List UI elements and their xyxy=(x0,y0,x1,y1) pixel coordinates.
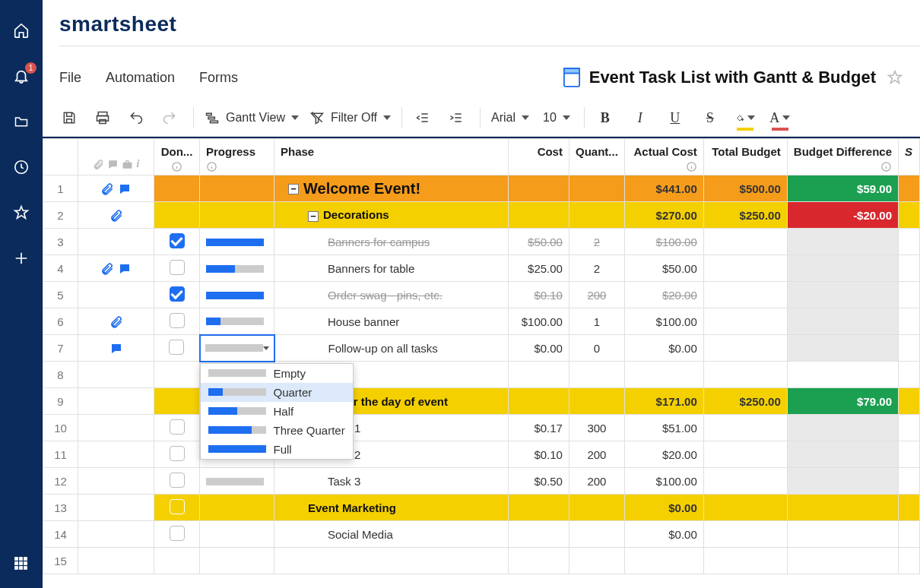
phase-cell[interactable]: Order swag - pins, etc. xyxy=(274,282,509,308)
budget-cell[interactable] xyxy=(703,335,787,362)
attachment-icon[interactable] xyxy=(100,181,114,194)
budget-cell[interactable] xyxy=(703,441,787,468)
collapse-toggle[interactable]: − xyxy=(308,211,319,222)
done-checkbox[interactable] xyxy=(169,340,184,355)
diff-cell[interactable] xyxy=(787,308,898,335)
row-number[interactable]: 7 xyxy=(43,335,78,362)
progress-cell[interactable] xyxy=(200,548,274,574)
col-budget[interactable]: Total Budget xyxy=(703,139,787,175)
col-phase[interactable]: Phase xyxy=(274,139,509,175)
budget-cell[interactable]: $500.00 xyxy=(703,175,787,202)
cost-cell[interactable]: $50.00 xyxy=(508,229,569,255)
table-row[interactable]: 3Banners for campus$50.002$100.00 xyxy=(43,229,920,255)
cost-cell[interactable]: $0.50 xyxy=(508,468,569,495)
row-number[interactable]: 8 xyxy=(43,362,78,388)
budget-cell[interactable] xyxy=(703,282,787,308)
diff-cell[interactable]: $59.00 xyxy=(787,175,898,202)
cost-cell[interactable]: $0.17 xyxy=(508,415,569,441)
row-number[interactable]: 4 xyxy=(43,255,78,282)
col-cost[interactable]: Cost xyxy=(508,139,569,175)
budget-cell[interactable] xyxy=(703,548,787,574)
underline-button[interactable]: U xyxy=(665,108,685,128)
col-progress[interactable]: Progress xyxy=(200,139,274,175)
recents-icon[interactable] xyxy=(12,158,30,176)
collapse-toggle[interactable]: − xyxy=(288,184,299,194)
budget-cell[interactable]: $250.00 xyxy=(703,388,787,415)
progress-cell[interactable] xyxy=(200,335,274,362)
budget-cell[interactable] xyxy=(703,495,787,521)
diff-cell[interactable]: $79.00 xyxy=(787,388,898,415)
table-row[interactable]: 4 Banners for table$25.002$50.00 xyxy=(43,255,920,282)
cost-cell[interactable]: $100.00 xyxy=(508,308,569,335)
table-row[interactable]: 14Social Media$0.00 xyxy=(43,521,920,548)
budget-cell[interactable] xyxy=(703,415,787,441)
cost-cell[interactable]: $0.00 xyxy=(508,335,569,362)
col-s[interactable]: S xyxy=(899,139,920,175)
table-row[interactable]: 5Order swag - pins, etc.$0.10200$20.00 xyxy=(43,282,920,308)
diff-cell[interactable] xyxy=(787,415,898,441)
diff-cell[interactable] xyxy=(787,441,898,468)
menu-automation[interactable]: Automation xyxy=(106,70,175,86)
actual-cell[interactable]: $100.00 xyxy=(624,468,703,495)
table-row[interactable]: 13Event Marketing$0.00 xyxy=(43,495,920,521)
home-icon[interactable] xyxy=(12,21,30,40)
row-number[interactable]: 5 xyxy=(43,282,78,308)
budget-cell[interactable] xyxy=(703,521,787,548)
actual-cell[interactable]: $0.00 xyxy=(624,495,703,521)
phase-cell[interactable]: Social Media xyxy=(274,521,509,548)
progress-cell[interactable] xyxy=(200,468,274,495)
done-checkbox[interactable] xyxy=(170,233,185,248)
budget-cell[interactable] xyxy=(703,362,787,388)
budget-cell[interactable] xyxy=(703,468,787,495)
outdent-icon[interactable] xyxy=(413,108,433,128)
actual-cell[interactable] xyxy=(624,548,703,574)
qty-cell[interactable] xyxy=(569,175,624,202)
phase-cell[interactable] xyxy=(274,548,509,574)
progress-cell[interactable] xyxy=(200,521,274,548)
row-number[interactable]: 11 xyxy=(43,441,78,468)
table-row[interactable]: 7Follow-up on all tasks$0.000$0.00 xyxy=(43,335,920,362)
comment-icon[interactable] xyxy=(118,261,132,273)
notifications-icon[interactable]: 1 xyxy=(12,67,30,85)
col-done[interactable]: Don... xyxy=(154,139,200,175)
cost-cell[interactable] xyxy=(508,388,569,415)
attachment-icon[interactable] xyxy=(109,314,123,327)
progress-cell[interactable] xyxy=(200,282,274,308)
actual-cell[interactable] xyxy=(624,362,703,388)
favorites-icon[interactable] xyxy=(12,204,30,222)
progress-cell[interactable] xyxy=(200,229,274,255)
row-number[interactable]: 1 xyxy=(43,175,78,202)
row-number[interactable]: 15 xyxy=(43,548,78,574)
done-checkbox[interactable] xyxy=(170,526,185,541)
bold-button[interactable]: B xyxy=(595,108,615,128)
table-row[interactable]: 8 xyxy=(43,362,920,388)
done-checkbox[interactable] xyxy=(170,286,185,302)
done-checkbox[interactable] xyxy=(170,473,185,488)
cost-cell[interactable]: $0.10 xyxy=(508,441,569,468)
diff-cell[interactable] xyxy=(787,282,898,308)
qty-cell[interactable] xyxy=(569,388,624,415)
phase-cell[interactable]: Event Marketing xyxy=(274,495,509,521)
progress-cell[interactable] xyxy=(200,495,274,521)
budget-cell[interactable] xyxy=(703,255,787,282)
diff-cell[interactable] xyxy=(787,229,898,255)
phase-cell[interactable]: Banners for campus xyxy=(274,229,509,255)
actual-cell[interactable]: $270.00 xyxy=(624,202,703,229)
qty-cell[interactable]: 300 xyxy=(569,415,624,441)
diff-cell[interactable] xyxy=(787,521,898,548)
progress-cell[interactable] xyxy=(200,175,274,202)
row-number[interactable]: 6 xyxy=(43,308,78,335)
table-row[interactable]: 1 −Welcome Event!$441.00$500.00$59.00 xyxy=(43,175,920,202)
menu-file[interactable]: File xyxy=(59,70,81,86)
cost-cell[interactable]: $25.00 xyxy=(508,255,569,282)
qty-cell[interactable] xyxy=(569,495,624,521)
qty-cell[interactable]: 200 xyxy=(569,468,624,495)
attachment-icon[interactable] xyxy=(100,261,114,273)
diff-cell[interactable] xyxy=(787,255,898,282)
qty-cell[interactable] xyxy=(569,202,624,229)
col-quantity[interactable]: Quant... xyxy=(569,139,624,175)
budget-cell[interactable]: $250.00 xyxy=(703,202,787,229)
row-number[interactable]: 10 xyxy=(43,415,78,441)
diff-cell[interactable] xyxy=(787,362,898,388)
cost-cell[interactable] xyxy=(508,548,569,574)
